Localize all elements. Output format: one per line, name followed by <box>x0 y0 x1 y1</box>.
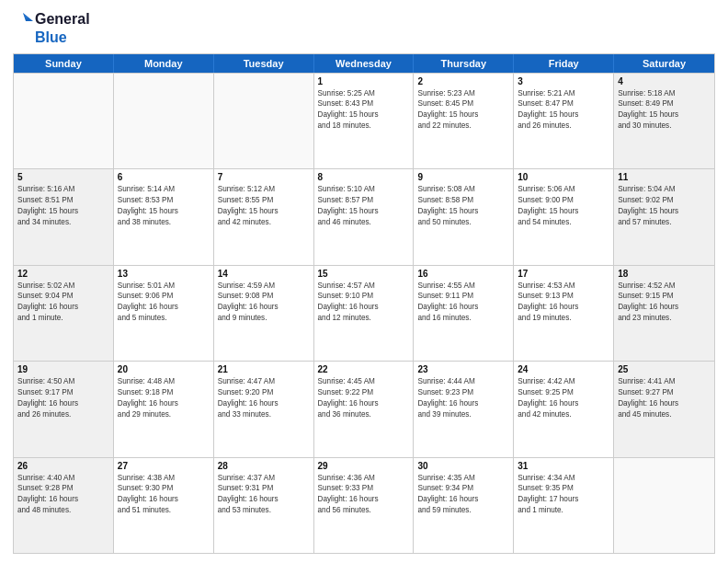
cell-daylight-info: Sunrise: 4:59 AM Sunset: 9:08 PM Dayligh… <box>218 281 310 325</box>
day-number: 19 <box>17 364 109 374</box>
cell-daylight-info: Sunrise: 4:52 AM Sunset: 9:15 PM Dayligh… <box>618 281 711 325</box>
calendar-cell: 3Sunrise: 5:21 AM Sunset: 8:47 PM Daylig… <box>514 74 614 168</box>
cell-daylight-info: Sunrise: 4:53 AM Sunset: 9:13 PM Dayligh… <box>518 281 609 325</box>
calendar-cell: 2Sunrise: 5:23 AM Sunset: 8:45 PM Daylig… <box>414 74 514 168</box>
calendar-cell: 30Sunrise: 4:35 AM Sunset: 9:34 PM Dayli… <box>414 458 514 553</box>
cell-daylight-info: Sunrise: 5:02 AM Sunset: 9:04 PM Dayligh… <box>17 281 109 325</box>
cell-daylight-info: Sunrise: 5:14 AM Sunset: 8:53 PM Dayligh… <box>118 184 210 228</box>
day-number: 12 <box>17 269 109 279</box>
calendar-row: 12Sunrise: 5:02 AM Sunset: 9:04 PM Dayli… <box>14 265 714 361</box>
day-number: 2 <box>417 76 509 86</box>
calendar-cell <box>214 74 314 168</box>
cell-daylight-info: Sunrise: 5:16 AM Sunset: 8:51 PM Dayligh… <box>17 184 109 228</box>
weekday-header: Monday <box>114 54 214 73</box>
calendar-cell: 19Sunrise: 4:50 AM Sunset: 9:17 PM Dayli… <box>14 362 114 456</box>
weekday-header: Friday <box>514 54 614 73</box>
header: General Blue <box>13 9 715 46</box>
day-number: 27 <box>118 461 210 471</box>
day-number: 7 <box>218 172 310 182</box>
cell-daylight-info: Sunrise: 5:01 AM Sunset: 9:06 PM Dayligh… <box>118 281 210 325</box>
cell-daylight-info: Sunrise: 5:04 AM Sunset: 9:02 PM Dayligh… <box>618 184 711 228</box>
cell-daylight-info: Sunrise: 4:34 AM Sunset: 9:35 PM Dayligh… <box>518 473 609 517</box>
calendar-cell: 10Sunrise: 5:06 AM Sunset: 9:00 PM Dayli… <box>514 169 614 264</box>
day-number: 11 <box>618 172 711 182</box>
calendar-cell: 12Sunrise: 5:02 AM Sunset: 9:04 PM Dayli… <box>14 266 114 361</box>
cell-daylight-info: Sunrise: 4:44 AM Sunset: 9:23 PM Dayligh… <box>417 376 509 420</box>
day-number: 18 <box>618 269 711 279</box>
calendar-row: 5Sunrise: 5:16 AM Sunset: 8:51 PM Daylig… <box>14 168 714 264</box>
cell-daylight-info: Sunrise: 4:50 AM Sunset: 9:17 PM Dayligh… <box>17 376 109 420</box>
cell-daylight-info: Sunrise: 5:18 AM Sunset: 8:49 PM Dayligh… <box>618 88 711 132</box>
cell-daylight-info: Sunrise: 5:12 AM Sunset: 8:55 PM Dayligh… <box>218 184 310 228</box>
calendar-row: 1Sunrise: 5:25 AM Sunset: 8:43 PM Daylig… <box>14 73 714 168</box>
cell-daylight-info: Sunrise: 5:08 AM Sunset: 8:58 PM Dayligh… <box>417 184 509 228</box>
calendar-cell: 8Sunrise: 5:10 AM Sunset: 8:57 PM Daylig… <box>314 169 415 264</box>
cell-daylight-info: Sunrise: 4:38 AM Sunset: 9:30 PM Dayligh… <box>118 473 210 517</box>
day-number: 4 <box>618 76 711 86</box>
calendar-cell: 20Sunrise: 4:48 AM Sunset: 9:18 PM Dayli… <box>114 362 214 456</box>
day-number: 23 <box>417 364 509 374</box>
calendar-cell: 13Sunrise: 5:01 AM Sunset: 9:06 PM Dayli… <box>114 266 214 361</box>
calendar-row: 26Sunrise: 4:40 AM Sunset: 9:28 PM Dayli… <box>14 457 714 553</box>
calendar-cell: 16Sunrise: 4:55 AM Sunset: 9:11 PM Dayli… <box>414 266 514 361</box>
calendar-cell: 25Sunrise: 4:41 AM Sunset: 9:27 PM Dayli… <box>614 362 714 456</box>
calendar-cell: 7Sunrise: 5:12 AM Sunset: 8:55 PM Daylig… <box>214 169 314 264</box>
day-number: 30 <box>417 461 509 471</box>
cell-daylight-info: Sunrise: 4:42 AM Sunset: 9:25 PM Dayligh… <box>518 376 609 420</box>
cell-daylight-info: Sunrise: 4:35 AM Sunset: 9:34 PM Dayligh… <box>417 473 509 517</box>
day-number: 1 <box>318 76 410 86</box>
logo-bird-icon <box>13 9 33 29</box>
calendar-cell: 9Sunrise: 5:08 AM Sunset: 8:58 PM Daylig… <box>414 169 514 264</box>
calendar-cell <box>14 74 114 168</box>
calendar-cell: 24Sunrise: 4:42 AM Sunset: 9:25 PM Dayli… <box>514 362 614 456</box>
day-number: 10 <box>518 172 609 182</box>
calendar-cell <box>114 74 214 168</box>
cell-daylight-info: Sunrise: 4:55 AM Sunset: 9:11 PM Dayligh… <box>417 281 509 325</box>
cell-daylight-info: Sunrise: 4:41 AM Sunset: 9:27 PM Dayligh… <box>618 376 711 420</box>
logo: General Blue <box>13 9 90 46</box>
calendar-cell: 6Sunrise: 5:14 AM Sunset: 8:53 PM Daylig… <box>114 169 214 264</box>
day-number: 15 <box>318 269 410 279</box>
weekday-header: Saturday <box>614 54 714 73</box>
day-number: 16 <box>417 269 509 279</box>
weekday-header: Tuesday <box>214 54 314 73</box>
calendar-header: SundayMondayTuesdayWednesdayThursdayFrid… <box>14 54 714 73</box>
logo-container: General Blue <box>13 9 90 46</box>
calendar-cell: 27Sunrise: 4:38 AM Sunset: 9:30 PM Dayli… <box>114 458 214 553</box>
cell-daylight-info: Sunrise: 5:25 AM Sunset: 8:43 PM Dayligh… <box>318 88 410 132</box>
calendar-cell: 21Sunrise: 4:47 AM Sunset: 9:20 PM Dayli… <box>214 362 314 456</box>
calendar-row: 19Sunrise: 4:50 AM Sunset: 9:17 PM Dayli… <box>14 361 714 456</box>
cell-daylight-info: Sunrise: 5:06 AM Sunset: 9:00 PM Dayligh… <box>518 184 609 228</box>
calendar-cell: 26Sunrise: 4:40 AM Sunset: 9:28 PM Dayli… <box>14 458 114 553</box>
cell-daylight-info: Sunrise: 5:23 AM Sunset: 8:45 PM Dayligh… <box>417 88 509 132</box>
weekday-header: Sunday <box>14 54 114 73</box>
day-number: 20 <box>118 364 210 374</box>
day-number: 8 <box>318 172 410 182</box>
weekday-header: Thursday <box>414 54 514 73</box>
calendar-cell: 17Sunrise: 4:53 AM Sunset: 9:13 PM Dayli… <box>514 266 614 361</box>
cell-daylight-info: Sunrise: 4:36 AM Sunset: 9:33 PM Dayligh… <box>318 473 410 517</box>
day-number: 9 <box>417 172 509 182</box>
calendar-cell: 22Sunrise: 4:45 AM Sunset: 9:22 PM Dayli… <box>314 362 415 456</box>
calendar-body: 1Sunrise: 5:25 AM Sunset: 8:43 PM Daylig… <box>14 73 714 553</box>
calendar-cell: 28Sunrise: 4:37 AM Sunset: 9:31 PM Dayli… <box>214 458 314 553</box>
logo-text-blue: Blue <box>35 29 67 46</box>
calendar-cell <box>614 458 714 553</box>
day-number: 22 <box>318 364 410 374</box>
calendar-cell: 4Sunrise: 5:18 AM Sunset: 8:49 PM Daylig… <box>614 74 714 168</box>
cell-daylight-info: Sunrise: 4:37 AM Sunset: 9:31 PM Dayligh… <box>218 473 310 517</box>
day-number: 28 <box>218 461 310 471</box>
cell-daylight-info: Sunrise: 4:40 AM Sunset: 9:28 PM Dayligh… <box>17 473 109 517</box>
calendar-cell: 11Sunrise: 5:04 AM Sunset: 9:02 PM Dayli… <box>614 169 714 264</box>
calendar-cell: 15Sunrise: 4:57 AM Sunset: 9:10 PM Dayli… <box>314 266 415 361</box>
day-number: 29 <box>318 461 410 471</box>
calendar-cell: 5Sunrise: 5:16 AM Sunset: 8:51 PM Daylig… <box>14 169 114 264</box>
logo-text-general: General <box>35 11 90 28</box>
day-number: 14 <box>218 269 310 279</box>
weekday-header: Wednesday <box>314 54 415 73</box>
calendar-cell: 31Sunrise: 4:34 AM Sunset: 9:35 PM Dayli… <box>514 458 614 553</box>
cell-daylight-info: Sunrise: 5:10 AM Sunset: 8:57 PM Dayligh… <box>318 184 410 228</box>
calendar-cell: 18Sunrise: 4:52 AM Sunset: 9:15 PM Dayli… <box>614 266 714 361</box>
day-number: 21 <box>218 364 310 374</box>
cell-daylight-info: Sunrise: 5:21 AM Sunset: 8:47 PM Dayligh… <box>518 88 609 132</box>
